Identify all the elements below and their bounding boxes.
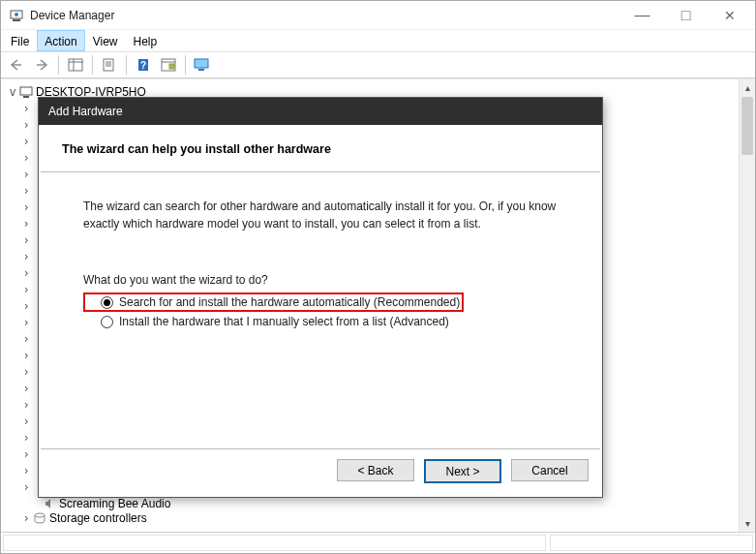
chevron-right-icon[interactable]: › [20, 383, 32, 394]
chevron-right-icon[interactable]: › [20, 465, 32, 477]
help-button[interactable]: ? [132, 53, 155, 77]
chevron-right-icon[interactable]: › [20, 234, 32, 246]
tree-item-label: Storage controllers [47, 511, 147, 525]
scroll-thumb[interactable] [741, 97, 753, 155]
chevron-right-icon[interactable]: › [20, 169, 32, 180]
vertical-scrollbar[interactable]: ▴ ▾ [739, 79, 755, 532]
svg-rect-18 [198, 69, 204, 71]
dialog-question: What do you want the wizard to do? [83, 273, 565, 287]
chevron-right-icon[interactable]: › [20, 103, 32, 114]
radio-icon[interactable] [101, 296, 113, 309]
menubar: File Action View Help [1, 30, 755, 51]
chevron-right-icon[interactable]: › [20, 152, 32, 164]
svg-rect-19 [20, 87, 32, 95]
chevron-right-icon[interactable]: › [20, 119, 32, 131]
menu-file[interactable]: File [3, 30, 37, 51]
dialog-title: Add Hardware [39, 98, 602, 125]
monitor-button[interactable] [191, 53, 214, 77]
menu-help[interactable]: Help [126, 30, 166, 51]
chevron-right-icon[interactable]: › [20, 317, 32, 328]
svg-rect-20 [23, 96, 29, 98]
next-button[interactable]: Next > [424, 459, 501, 483]
status-cell [550, 535, 753, 551]
statusbar [1, 532, 755, 553]
chevron-right-icon[interactable]: › [20, 300, 32, 312]
chevron-right-icon[interactable]: › [20, 512, 32, 524]
toolbar-separator [92, 55, 93, 75]
option-auto-search[interactable]: Search for and install the hardware auto… [83, 292, 464, 312]
svg-rect-4 [37, 64, 46, 65]
chevron-right-icon[interactable]: › [20, 284, 32, 295]
close-button[interactable]: ✕ [708, 2, 751, 29]
device-manager-icon [9, 8, 24, 23]
scan-hardware-button[interactable] [157, 53, 180, 77]
minimize-button[interactable]: — [620, 2, 664, 29]
svg-rect-17 [195, 59, 208, 68]
chevron-right-icon[interactable]: › [20, 218, 32, 230]
svg-rect-5 [69, 59, 82, 71]
option-label: Search for and install the hardware auto… [119, 295, 460, 309]
scroll-up-icon[interactable]: ▴ [740, 79, 755, 96]
back-button[interactable] [5, 53, 28, 77]
svg-rect-1 [13, 19, 20, 21]
expander-icon[interactable]: v [7, 86, 18, 98]
chevron-right-icon[interactable]: › [20, 448, 32, 460]
toolbar-separator [58, 55, 59, 75]
dialog-description: The wizard can search for other hardware… [83, 198, 565, 232]
chevron-right-icon[interactable]: › [20, 136, 32, 147]
option-manual-select[interactable]: Install the hardware that I manually sel… [83, 312, 565, 331]
cancel-button[interactable]: Cancel [511, 459, 589, 481]
chevron-right-icon[interactable]: › [20, 185, 32, 197]
add-hardware-dialog: Add Hardware The wizard can help you ins… [38, 97, 603, 498]
chevron-right-icon[interactable]: › [20, 399, 32, 411]
svg-point-2 [15, 13, 18, 16]
storage-icon [32, 511, 47, 525]
svg-point-21 [35, 513, 45, 517]
svg-rect-8 [104, 59, 113, 71]
properties-button[interactable] [98, 53, 121, 77]
svg-rect-3 [12, 64, 21, 65]
radio-icon[interactable] [101, 316, 113, 328]
toolbar-separator [126, 55, 127, 75]
computer-icon [18, 84, 34, 100]
chevron-right-icon[interactable]: › [20, 251, 32, 262]
maximize-button[interactable]: □ [664, 2, 708, 29]
chevron-right-icon[interactable]: › [20, 416, 32, 427]
scroll-down-icon[interactable]: ▾ [740, 515, 755, 532]
show-hide-tree-button[interactable] [64, 53, 87, 77]
titlebar: Device Manager — □ ✕ [1, 1, 755, 30]
tree-item-storage[interactable]: › Storage controllers [7, 511, 170, 525]
status-cell [3, 535, 546, 551]
back-button[interactable]: < Back [337, 459, 414, 481]
dialog-body: The wizard can search for other hardware… [39, 172, 602, 448]
option-label: Install the hardware that I manually sel… [119, 315, 449, 328]
dialog-heading: The wizard can help you install other ha… [39, 125, 602, 171]
chevron-right-icon[interactable]: › [20, 333, 32, 345]
svg-rect-16 [169, 64, 174, 69]
svg-text:?: ? [140, 60, 146, 71]
window-title: Device Manager [30, 9, 620, 22]
dialog-footer: < Back Next > Cancel [39, 449, 602, 497]
chevron-right-icon[interactable]: › [20, 267, 32, 279]
toolbar-separator [185, 55, 186, 75]
forward-button[interactable] [30, 53, 53, 77]
chevron-right-icon[interactable]: › [20, 432, 32, 444]
chevron-right-icon[interactable]: › [20, 481, 32, 493]
menu-view[interactable]: View [85, 30, 126, 51]
toolbar: ? [1, 51, 755, 78]
tree-item-label: Screaming Bee Audio [57, 497, 170, 510]
chevron-right-icon[interactable]: › [20, 350, 32, 361]
chevron-right-icon[interactable]: › [20, 366, 32, 378]
chevron-right-icon[interactable]: › [20, 201, 32, 213]
dialog-options: Search for and install the hardware auto… [83, 292, 565, 331]
menu-action[interactable]: Action [37, 30, 84, 51]
